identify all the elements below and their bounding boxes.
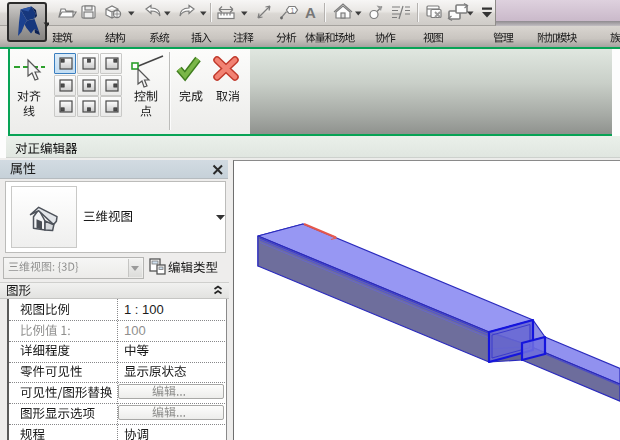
svg-text:A: A bbox=[305, 4, 316, 21]
svg-text:1: 1 bbox=[291, 7, 295, 14]
